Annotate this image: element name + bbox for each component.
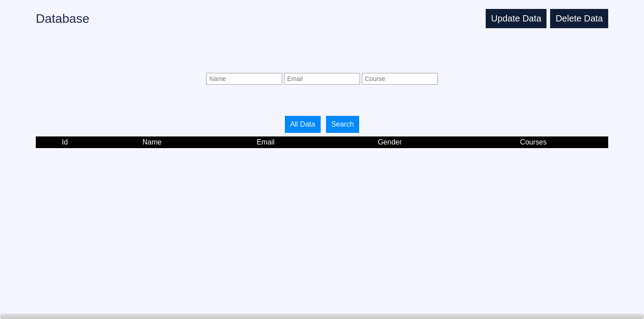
all-data-button[interactable]: All Data [285,116,321,133]
action-buttons: All Data Search [0,116,644,133]
search-button[interactable]: Search [326,116,360,133]
course-input[interactable] [362,73,438,85]
header-buttons: Update Data Delete Data [486,9,608,28]
col-courses: Courses [458,136,608,148]
col-name: Name [94,136,210,148]
name-input[interactable] [206,73,282,85]
col-email: Email [210,136,321,148]
horizontal-scrollbar[interactable] [0,314,644,319]
table-header: Id Name Email Gender Courses [36,136,608,148]
header: Database Update Data Delete Data [0,0,644,37]
data-table-section: Id Name Email Gender Courses [36,136,608,148]
form-inputs [206,73,438,85]
col-gender: Gender [321,136,458,148]
data-table: Id Name Email Gender Courses [36,136,608,148]
email-input[interactable] [284,73,360,85]
form-section [0,64,644,94]
app-title: Database [36,12,89,26]
delete-data-button[interactable]: Delete Data [550,9,608,28]
update-data-button[interactable]: Update Data [486,9,547,28]
col-id: Id [36,136,94,148]
table-header-row: Id Name Email Gender Courses [36,136,608,148]
